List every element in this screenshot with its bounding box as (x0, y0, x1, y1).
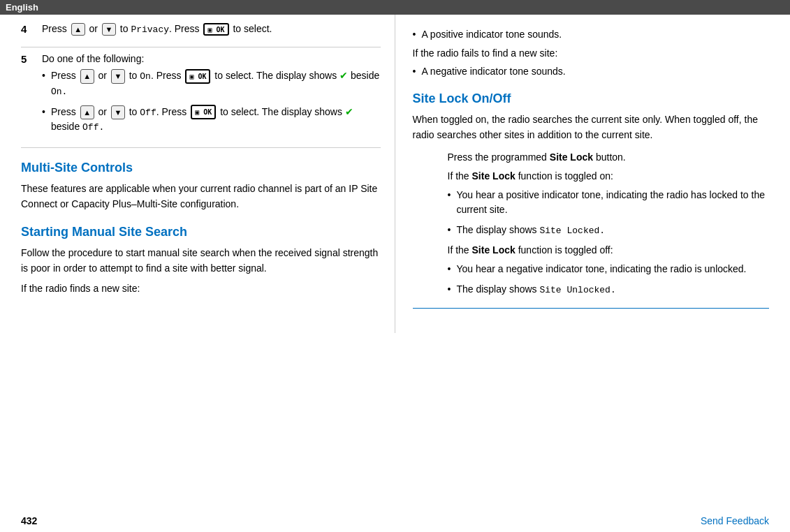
if-radio-finds: If the radio finds a new site: (21, 283, 381, 294)
if-radio-fails: If the radio fails to find a new site: (413, 47, 770, 59)
if-toggled-off-label: If the Site Lock function is toggled off… (448, 243, 770, 258)
site-lock-bold: Site Lock (550, 152, 593, 163)
multisite-section: Multi-Site Controls These features are a… (21, 161, 381, 212)
down-btn-on[interactable]: ▼ (111, 69, 125, 84)
site-search-section: Starting Manual Site Search Follow the p… (21, 225, 381, 295)
bullet-off: Press ▲ or ▼ to Off. Press ▣ OK to selec… (42, 105, 381, 135)
to-privacy: to Privacy. Press (120, 23, 203, 34)
lang-header: English (0, 0, 790, 15)
up-btn-off[interactable]: ▲ (80, 105, 94, 120)
bullet-off-text: Press ▲ or ▼ to Off. Press ▣ OK to selec… (51, 105, 381, 135)
up-button[interactable]: ▲ (71, 23, 85, 36)
bullet-positive: A positive indicator tone sounds. (413, 27, 770, 42)
up-btn-on[interactable]: ▲ (80, 69, 94, 84)
sitelock-instructions: Press the programmed Site Lock button. I… (413, 150, 770, 297)
left-column: 4 Press ▲ or ▼ to Privacy. Press ▣ OK to… (0, 15, 395, 333)
press-programmed: Press the programmed Site Lock button. (448, 150, 770, 165)
toggled-off-bullets: You hear a negative indicator tone, indi… (448, 262, 770, 297)
sitelock-divider (413, 308, 770, 309)
bullet-positive-text: A positive indicator tone sounds. (421, 27, 562, 42)
footer: 432 Send Feedback (0, 515, 790, 526)
step-5: 5 Do one of the following: Press ▲ or ▼ … (21, 53, 381, 148)
toggled-on-bullets: You hear a positive indicator tone, indi… (448, 188, 770, 238)
to-select: to select. (233, 23, 272, 34)
ok-btn-on[interactable]: ▣ OK (185, 69, 210, 84)
send-feedback-link[interactable]: Send Feedback (701, 515, 769, 526)
bullet-negative-text: A negative indicator tone sounds. (421, 64, 565, 79)
ok-btn-off[interactable]: ▣ OK (191, 105, 216, 119)
bullet-locked-tone: You hear a positive indicator tone, indi… (448, 188, 770, 217)
if-toggled-on-label: If the Site Lock function is toggled on: (448, 169, 770, 184)
site-search-desc: Follow the procedure to start manual sit… (21, 245, 381, 276)
bullet-site-locked-display: The display shows Site Locked. (448, 223, 770, 238)
lang-label: English (6, 2, 38, 13)
page-number: 432 (21, 515, 37, 526)
down-btn-off[interactable]: ▼ (111, 105, 125, 120)
right-column: A positive indicator tone sounds. If the… (395, 15, 791, 333)
bullet-on-text: Press ▲ or ▼ to On. Press ▣ OK to select… (51, 68, 381, 98)
step-5-bullets: Press ▲ or ▼ to On. Press ▣ OK to select… (42, 68, 381, 135)
step-5-content: Do one of the following: Press ▲ or ▼ to… (42, 53, 381, 140)
or-text: or (89, 23, 101, 34)
right-top-bullets: A positive indicator tone sounds. (413, 27, 770, 42)
site-lock-bold3: Site Lock (472, 244, 515, 256)
step-4-content: Press ▲ or ▼ to Privacy. Press ▣ OK to s… (42, 23, 381, 40)
multisite-title: Multi-Site Controls (21, 161, 381, 175)
site-search-title: Starting Manual Site Search (21, 225, 381, 239)
sitelock-section: Site Lock On/Off When toggled on, the ra… (413, 91, 770, 309)
right-fail-bullets: A negative indicator tone sounds. (413, 64, 770, 79)
step-5-num: 5 (21, 53, 42, 140)
sitelock-title: Site Lock On/Off (413, 91, 770, 106)
site-lock-bold2: Site Lock (472, 170, 515, 182)
sitelock-desc: When toggled on, the radio searches the … (413, 112, 770, 143)
ok-button[interactable]: ▣ OK (203, 23, 228, 36)
step-4: 4 Press ▲ or ▼ to Privacy. Press ▣ OK to… (21, 23, 381, 47)
step-4-text: Press ▲ or ▼ to Privacy. Press ▣ OK to s… (42, 23, 381, 36)
down-button[interactable]: ▼ (102, 23, 116, 36)
bullet-site-unlocked-display: The display shows Site Unlocked. (448, 282, 770, 297)
bullet-on: Press ▲ or ▼ to On. Press ▣ OK to select… (42, 68, 381, 98)
bullet-unlocked-tone: You hear a negative indicator tone, indi… (448, 262, 770, 276)
bullet-negative: A negative indicator tone sounds. (413, 64, 770, 79)
step-5-label: Do one of the following: (42, 53, 381, 64)
multisite-desc: These features are applicable when your … (21, 181, 381, 212)
step-4-num: 4 (21, 23, 42, 40)
